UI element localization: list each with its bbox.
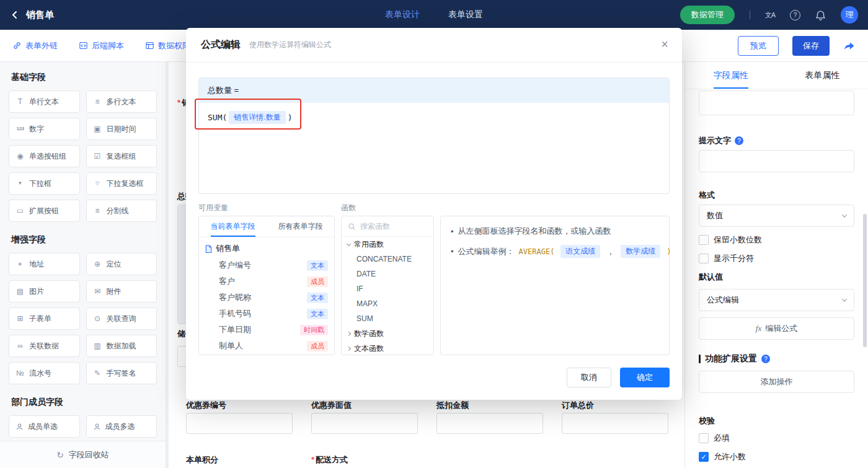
- cancel-button[interactable]: 取消: [567, 368, 611, 387]
- keep-decimal-checkbox[interactable]: ✓ 保留小数位数: [699, 234, 854, 245]
- notification-bell-icon[interactable]: [815, 10, 826, 20]
- add-action-button[interactable]: 添加操作: [699, 371, 854, 393]
- translate-icon[interactable]: 文A: [765, 11, 775, 20]
- save-button[interactable]: 保存: [792, 36, 830, 56]
- field-recycle-bin[interactable]: ↻ 字段回收站: [0, 441, 166, 468]
- field-single-line-text[interactable]: T单行文本: [9, 91, 80, 113]
- format-select[interactable]: 数值: [699, 205, 854, 227]
- field-title-input[interactable]: [699, 91, 854, 115]
- data-permission-button[interactable]: 数据权限: [145, 40, 190, 51]
- tree-root-form[interactable]: 销售单: [199, 240, 334, 257]
- variable-item[interactable]: 客户昵称文本: [199, 289, 334, 306]
- field-image[interactable]: ▤图片: [9, 280, 80, 302]
- field-related-data[interactable]: ∞关联数据: [9, 335, 80, 357]
- field-number[interactable]: 123数字: [9, 118, 80, 140]
- properties-tabs: 字段属性 表单属性: [685, 62, 868, 89]
- variable-item[interactable]: 下单日期时间戳: [199, 322, 334, 338]
- function-item[interactable]: DATE: [342, 267, 433, 281]
- function-item[interactable]: CONCATENATE: [342, 252, 433, 267]
- radio-icon: ◉: [16, 152, 25, 160]
- person-icon: [16, 423, 24, 431]
- function-group-math[interactable]: 数学函数: [342, 326, 433, 341]
- tab-all-form-fields[interactable]: 所有表单字段: [267, 216, 334, 237]
- enhanced-fields-grid: ⌖地址 ⊕定位 ▤图片 ✉附件 ⊞子表单 ⊙关联查询 ∞关联数据 ▥数据加载 №…: [9, 253, 157, 384]
- default-value-select[interactable]: 公式编辑: [699, 289, 854, 311]
- coupon-value-input[interactable]: [311, 413, 418, 434]
- formula-editor[interactable]: 总数量 = SUM( 销售详情.数量 ): [198, 77, 670, 194]
- example-field-tag: 数学成绩: [621, 245, 660, 258]
- field-member-single[interactable]: 成员单选: [9, 415, 80, 438]
- tab-form-design[interactable]: 表单设计: [385, 9, 420, 20]
- tab-current-form-fields[interactable]: 当前表单字段: [199, 216, 267, 237]
- image-icon: ▤: [16, 288, 25, 295]
- field-location[interactable]: ⊕定位: [86, 253, 157, 275]
- field-multi-line-text[interactable]: ≡多行文本: [86, 91, 157, 113]
- help-circle-icon[interactable]: ?: [735, 136, 743, 145]
- variable-item[interactable]: 制单人成员: [199, 338, 334, 354]
- field-item-label: 复选框组: [107, 151, 136, 162]
- example-field-tag: 语文成绩: [560, 245, 600, 258]
- avatar[interactable]: 理: [841, 6, 858, 24]
- chevron-right-icon: [347, 331, 351, 335]
- variables-section-label: 可用变量: [198, 203, 228, 213]
- help-icon[interactable]: ?: [790, 10, 800, 20]
- search-icon: [348, 223, 356, 231]
- default-value-label: 默认值: [699, 272, 854, 283]
- deduction-input[interactable]: [436, 413, 543, 434]
- field-data-load[interactable]: ▥数据加载: [86, 335, 157, 357]
- field-serial-number[interactable]: №流水号: [9, 362, 80, 384]
- function-item[interactable]: MAPX: [342, 296, 433, 311]
- field-multi-dropdown[interactable]: ▽下拉复选框: [86, 172, 157, 195]
- delivery-label: *配送方式: [311, 454, 348, 466]
- formula-field-token[interactable]: 销售详情.数量: [229, 111, 285, 124]
- share-button[interactable]: [843, 40, 856, 52]
- data-manage-button[interactable]: 数据管理: [680, 6, 735, 24]
- edit-formula-button[interactable]: fx 编辑公式: [699, 317, 854, 340]
- required-checkbox[interactable]: ✓ 必填: [699, 433, 854, 444]
- field-datetime[interactable]: ▣日期时间: [86, 118, 157, 140]
- field-subform[interactable]: ⊞子表单: [9, 307, 80, 330]
- function-search-input[interactable]: 搜索函数: [342, 216, 433, 237]
- field-signature[interactable]: ✎手写签名: [86, 362, 157, 384]
- properties-panel: 字段属性 表单属性 提示文字 ? 格式 数值 ✓ 保留小数位数 ✓ 显示千分符 …: [684, 62, 868, 468]
- preview-button[interactable]: 预览: [738, 36, 779, 56]
- help-circle-icon[interactable]: ?: [761, 355, 770, 363]
- modal-subtitle: 使用数学运算符编辑公式: [249, 40, 331, 50]
- close-icon[interactable]: ×: [661, 38, 668, 50]
- back-button[interactable]: [10, 10, 20, 20]
- confirm-button[interactable]: 确定: [620, 368, 670, 387]
- function-group-text[interactable]: 文本函数: [342, 341, 433, 355]
- function-group-common[interactable]: 常用函数: [342, 237, 433, 252]
- formula-expression[interactable]: SUM( 销售详情.数量 ): [199, 103, 669, 132]
- panel-scrollbar[interactable]: [863, 214, 867, 347]
- field-related-query[interactable]: ⊙关联查询: [86, 307, 157, 330]
- field-radio-group[interactable]: ◉单选按钮组: [9, 145, 80, 167]
- toolbar-link-label: 表单外链: [25, 40, 58, 51]
- form-external-link-button[interactable]: 表单外链: [12, 40, 58, 51]
- variable-item[interactable]: 手机号码文本: [199, 306, 334, 322]
- variable-item[interactable]: 客户编号文本: [199, 257, 334, 273]
- field-extend-button[interactable]: ▭扩展按钮: [9, 200, 80, 222]
- function-item[interactable]: SUM: [342, 311, 433, 326]
- field-divider[interactable]: ≡分割线: [86, 200, 157, 222]
- serial-number-icon: №: [16, 369, 25, 377]
- thousand-separator-checkbox[interactable]: ✓ 显示千分符: [699, 253, 854, 264]
- backend-script-button[interactable]: 后端脚本: [79, 40, 124, 51]
- hint-text-input[interactable]: [699, 150, 854, 172]
- variable-item[interactable]: 客户成员: [199, 273, 334, 289]
- tab-form-properties[interactable]: 表单属性: [777, 62, 868, 89]
- order-total-input[interactable]: [562, 413, 668, 434]
- field-dropdown[interactable]: ▼下拉框: [9, 172, 80, 195]
- field-attachment[interactable]: ✉附件: [86, 280, 157, 302]
- tab-field-properties[interactable]: 字段属性: [685, 62, 777, 89]
- multi-line-text-icon: ≡: [93, 98, 102, 105]
- link-icon: [12, 41, 22, 50]
- coupon-no-input[interactable]: [186, 413, 293, 434]
- allow-decimal-checkbox[interactable]: ✓ 允许小数: [699, 451, 854, 462]
- field-member-multi[interactable]: 成员多选: [86, 415, 157, 438]
- tab-form-settings[interactable]: 表单设置: [448, 9, 483, 20]
- field-checkbox-group[interactable]: ☑复选框组: [86, 145, 157, 167]
- field-address[interactable]: ⌖地址: [9, 253, 80, 275]
- function-item[interactable]: IF: [342, 281, 433, 296]
- validation-label: 校验: [699, 415, 854, 426]
